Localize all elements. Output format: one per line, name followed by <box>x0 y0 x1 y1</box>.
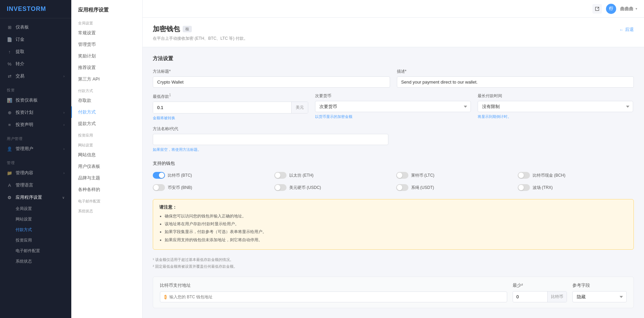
chevron-down-icon: ∨ <box>62 196 65 199</box>
btc-icon: ₿ <box>164 294 167 300</box>
sidebar-sub-system[interactable]: 系统状态 <box>0 256 71 267</box>
min-deposit-input-wrap: 美元 <box>153 102 308 113</box>
sidebar-item-orders[interactable]: 📄 订金 <box>0 33 71 46</box>
content-area: 加密钱包 核 在平台上手动接收加密 (ETH、BTC、LTC 等) 付款。 ← … <box>143 18 644 318</box>
sidebar-item-manage-content[interactable]: 📁 管理内容 › <box>0 167 71 179</box>
sidebar-item-invest-statement[interactable]: ≡ 投资声明 › <box>0 119 71 131</box>
second-sidebar-currency[interactable]: 管理货币 <box>71 39 142 50</box>
btc-min-suffix: 比特币 <box>547 292 567 302</box>
min-deposit-suffix: 美元 <box>291 102 308 113</box>
second-sidebar-various[interactable]: 各种各样的 <box>71 184 142 195</box>
wallet-btc-label: 比特币 (BTC) <box>168 173 192 178</box>
second-sidebar-site-info[interactable]: 网站信息 <box>71 149 142 161</box>
method-label-input[interactable] <box>153 76 390 88</box>
sidebar-item-dashboard[interactable]: ⊞ 仪表板 <box>0 21 71 33</box>
wallet-ltc: 莱特币 (LTC) <box>396 171 512 180</box>
desc-group: 描述* <box>397 69 634 88</box>
wallet-bnb-toggle[interactable] <box>153 184 165 191</box>
second-sidebar-title: 应用程序设置 <box>71 0 142 17</box>
second-sidebar-section-email: 电子邮件配置 <box>71 195 142 205</box>
wallet-ltc-label: 莱特币 (LTC) <box>411 173 435 178</box>
notice-box: 请注意： 确保您可以访问您的钱包并输入正确的地址。 该地址将在用户存款/付款时显… <box>153 199 634 250</box>
sidebar-sub-website[interactable]: 网站设置 <box>0 214 71 225</box>
method-name-label: 方法名称/代代 <box>153 126 388 132</box>
footnote-2: ² 固定最低金额将被设置并覆盖任何最低存款金额。 <box>153 263 634 270</box>
back-button[interactable]: ← 后退 <box>619 24 634 35</box>
second-sidebar-general[interactable]: 常规设置 <box>71 27 142 39</box>
max-payment-group: 最长付款时间 没有限制 将显示到期倒计时。 <box>478 93 633 121</box>
second-sidebar-section-invest: 投资应用 <box>71 129 142 139</box>
min-deposit-input[interactable] <box>153 102 291 113</box>
secondary-currency-group: 次要货币 次要货币 以货币显示的加密金额 <box>315 93 471 121</box>
method-name-input[interactable] <box>153 134 388 145</box>
btc-min-title: 最少² <box>513 282 567 288</box>
min-deposit-label: 最低存款1 <box>153 93 308 100</box>
wallet-bch-toggle[interactable] <box>518 172 530 179</box>
second-sidebar-brand[interactable]: 品牌与主题 <box>71 172 142 184</box>
sidebar-sub-email[interactable]: 电子邮件配置 <box>0 246 71 256</box>
notice-item-4: 如果应用支持的钱包但未添加地址，则它将自动停用。 <box>165 237 627 243</box>
brand-logo: INVESTORM <box>0 0 71 18</box>
wallet-usdt-toggle[interactable] <box>396 184 408 191</box>
sidebar-sub-invest-app[interactable]: 投资应用 <box>0 235 71 246</box>
second-sidebar-user-dashboard[interactable]: 用户仪表板 <box>71 161 142 172</box>
chevron-right-icon: › <box>63 147 65 151</box>
method-label-group: 方法标题* <box>153 69 390 88</box>
wallet-bch-label: 比特币现金 (BCH) <box>533 173 566 178</box>
user-section-label: 用户管理 <box>0 131 71 143</box>
method-name-hint: 如果留空，将使用方法标题。 <box>153 147 388 152</box>
second-sidebar-deposit[interactable]: 存取款 <box>71 95 142 106</box>
second-sidebar-section-payment: 付款方式 <box>71 85 142 95</box>
wallet-bnb-label: 币安币 (BNB) <box>168 185 192 191</box>
main-content: 行 曲曲曲 ▾ 加密钱包 核 在平台上手动接收加密 (ETH、BTC、LTC 等… <box>143 0 644 318</box>
btc-address-section: 比特币支付地址 最少² 参考字段 ₿ 比特币 隐藏 <box>153 277 634 308</box>
page-title-row: 加密钱包 核 <box>153 24 248 34</box>
wallet-usdc-toggle[interactable] <box>274 184 287 191</box>
wallet-ltc-toggle[interactable] <box>396 172 408 179</box>
second-sidebar-third-api[interactable]: 第三方 API <box>71 73 142 85</box>
wallets-section: 支持的钱包 比特币 (BTC) 以太坊 (ETH) 莱特币 (LTC) <box>153 160 634 192</box>
sidebar-item-referral[interactable]: % 转介 <box>0 58 71 70</box>
sidebar-item-app-settings[interactable]: ⚙ 应用程序设置 ∨ <box>0 191 71 204</box>
enable-row: 启用方法 <box>153 316 634 318</box>
arrows-icon: ⇄ <box>7 73 12 79</box>
wallet-btc-toggle[interactable] <box>153 172 165 179</box>
wallet-bch: 比特币现金 (BCH) <box>518 171 634 180</box>
secondary-currency-select[interactable]: 次要货币 <box>315 101 471 112</box>
topbar: 行 曲曲曲 ▾ <box>143 0 644 18</box>
desc-input[interactable] <box>397 76 634 88</box>
username-label: 曲曲曲 <box>620 6 633 12</box>
sidebar-item-manage-lang[interactable]: A 管理语言 <box>0 179 71 191</box>
second-sidebar-reward[interactable]: 奖励计划 <box>71 50 142 62</box>
sidebar-item-withdraw[interactable]: ↑ 提取 <box>0 46 71 58</box>
wallet-bnb: 币安币 (BNB) <box>153 183 269 192</box>
sidebar-item-invest-dashboard[interactable]: 📊 投资仪表板 <box>0 94 71 106</box>
sidebar-item-transactions[interactable]: ⇄ 交易 › <box>0 70 71 82</box>
sidebar-nav: ⊞ 仪表板 📄 订金 ↑ 提取 % 转介 ⇄ 交易 › 投资 📊 投资仪表板 ⊕… <box>0 18 71 318</box>
btc-ref-select[interactable]: 隐藏 <box>572 291 627 302</box>
method-settings-title: 方法设置 <box>153 55 634 62</box>
wallet-eth-toggle[interactable] <box>274 172 287 179</box>
sidebar-sub-payment[interactable]: 付款方式 <box>0 225 71 235</box>
btc-address-input[interactable] <box>169 295 503 299</box>
external-link-button[interactable] <box>592 4 602 14</box>
wallet-address-row: ₿ 比特币 隐藏 <box>160 291 627 302</box>
user-menu[interactable]: 曲曲曲 ▾ <box>620 6 637 12</box>
page-title: 加密钱包 <box>153 24 180 34</box>
wallet-usdc: 美元硬币 (USDC) <box>274 183 390 192</box>
max-payment-select[interactable]: 没有限制 <box>478 101 633 112</box>
sidebar-item-manage-users[interactable]: 👤 管理用户 › <box>0 143 71 155</box>
max-payment-label: 最长付款时间 <box>478 93 633 99</box>
page-header-left: 加密钱包 核 在平台上手动接收加密 (ETH、BTC、LTC 等) 付款。 <box>153 24 248 41</box>
invest-section-label: 投资 <box>0 82 71 94</box>
second-sidebar-withdrawal[interactable]: 提款方式 <box>71 118 142 129</box>
sidebar-sub-global[interactable]: 全局设置 <box>0 204 71 214</box>
second-sidebar-referral[interactable]: 推荐设置 <box>71 62 142 73</box>
wallet-trx-toggle[interactable] <box>518 184 530 191</box>
sidebar-item-invest-plans[interactable]: ⊕ 投资计划 › <box>0 106 71 119</box>
wallet-address-header: 比特币支付地址 最少² 参考字段 <box>160 282 627 288</box>
btc-min-input[interactable] <box>513 292 547 302</box>
notice-item-2: 该地址将在用户存款/付款时显示给用户。 <box>165 221 627 227</box>
second-sidebar-payment[interactable]: 付款方式 <box>71 106 142 118</box>
second-sidebar-section-website: 网站设置 <box>71 139 142 149</box>
